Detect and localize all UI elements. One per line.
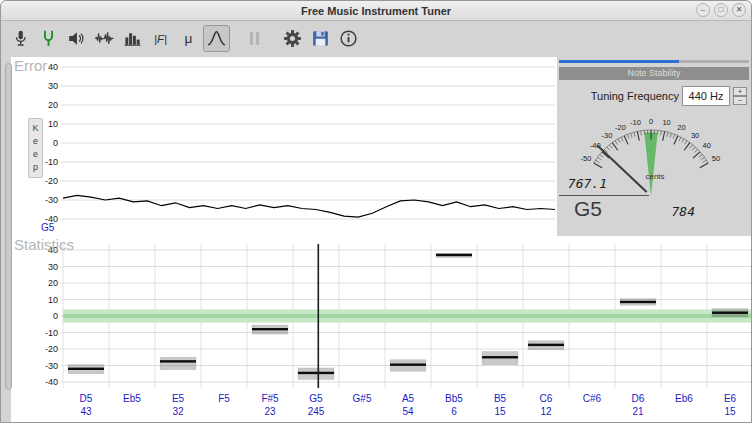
maximize-window-button[interactable]: □ — [714, 3, 728, 17]
note-count-label: 15 — [724, 406, 736, 417]
mu-button[interactable]: μ — [175, 25, 202, 52]
y-tick-label: -20 — [45, 344, 58, 354]
note-readout: G5 — [574, 197, 602, 221]
meter-tick-label: 50 — [712, 154, 720, 163]
tuning-increase-button[interactable]: + — [733, 87, 747, 96]
note-stability-panel: Note Stability Tuning Frequency 440 Hz +… — [557, 57, 752, 236]
meter-tick — [667, 132, 668, 136]
settings-gear-icon — [282, 28, 303, 49]
tuning-fork-button[interactable] — [35, 25, 62, 52]
y-tick-label: -30 — [45, 195, 58, 205]
meter-tick — [618, 139, 620, 143]
microphone-icon — [10, 28, 31, 49]
note-stat-mean — [620, 301, 656, 303]
y-tick-label: 10 — [48, 119, 58, 129]
pause-icon — [244, 28, 265, 49]
window-controls: –□✕ — [696, 3, 746, 17]
in-tune-zone-center — [63, 314, 752, 318]
note-name-label: Eb5 — [123, 393, 141, 404]
note-stability-header: Note Stability — [559, 67, 749, 80]
meter-tick — [670, 133, 671, 137]
meter-tick — [685, 141, 687, 145]
meter-tick — [692, 147, 695, 150]
note-name-label: F5 — [218, 393, 230, 404]
note-count-label: 6 — [451, 406, 457, 417]
note-name-label: C6 — [540, 393, 553, 404]
stability-progress-bar — [559, 60, 749, 63]
y-tick-label: 20 — [48, 278, 58, 288]
meter-tick — [695, 149, 698, 152]
meter-unit-label: cents — [645, 172, 664, 181]
tuning-frequency-label: Tuning Frequency — [591, 90, 679, 102]
save-button[interactable] — [307, 25, 334, 52]
y-tick-label: 20 — [48, 100, 58, 110]
tuning-decrease-button[interactable]: − — [733, 96, 747, 105]
tuning-frequency-spinner: + − — [733, 87, 747, 105]
current-note-label: G5 — [41, 222, 55, 233]
meter-tick-label: -20 — [615, 123, 626, 132]
gauss-curve-button[interactable] — [203, 25, 230, 52]
meter-tick — [634, 132, 635, 136]
statistics-plot: 403020100-10-20-30-40D543Eb5E532F5F#523G… — [11, 236, 752, 423]
info-icon — [338, 28, 359, 49]
note-name-label: F#5 — [261, 393, 279, 404]
meter-baseline — [559, 195, 649, 196]
meter-tick-label: 30 — [691, 131, 699, 140]
tuning-frequency-value[interactable]: 440 Hz — [682, 86, 730, 106]
tuning-frequency-row: Tuning Frequency 440 Hz + − — [557, 86, 747, 106]
note-name-label: D5 — [80, 393, 93, 404]
note-stat-mean — [298, 372, 334, 374]
meter-tick-label: -50 — [581, 154, 592, 163]
meter-tick-label: 0 — [649, 117, 653, 126]
meter-tick — [663, 131, 665, 140]
meter-tick — [641, 131, 642, 136]
minimize-window-button[interactable]: – — [696, 3, 710, 17]
meter-tick-label: -40 — [590, 141, 601, 150]
note-count-label: 54 — [402, 406, 414, 417]
meter-tick-label: 20 — [677, 123, 685, 132]
meter-tick — [615, 141, 617, 145]
meter-tick — [699, 155, 703, 158]
titlebar[interactable]: Free Music Instrument Tuner –□✕ — [1, 1, 751, 21]
note-stat-mean — [390, 363, 426, 365]
y-tick-label: 0 — [53, 138, 58, 148]
meter-tick — [624, 136, 628, 145]
speaker-button[interactable] — [63, 25, 90, 52]
y-tick-label: 40 — [48, 245, 58, 255]
fourier-button[interactable]: |F| — [147, 25, 174, 52]
note-stat-band — [160, 357, 196, 369]
svg-text:μ: μ — [185, 31, 193, 46]
meter-tick — [661, 131, 662, 136]
note-name-label: E5 — [172, 393, 185, 404]
save-icon — [310, 28, 331, 49]
y-tick-label: 40 — [48, 62, 58, 72]
note-count-label: 32 — [172, 406, 184, 417]
histogram-icon — [122, 28, 143, 49]
y-tick-label: -10 — [45, 157, 58, 167]
error-plot: 403020100-10-20-30-40G5 — [11, 57, 557, 236]
meter-tick — [690, 145, 693, 149]
keep-button[interactable]: K e e p — [28, 118, 43, 178]
pause-button — [241, 25, 268, 52]
info-button[interactable] — [335, 25, 362, 52]
fmit-window: Free Music Instrument Tuner –□✕ |F|μ Err… — [0, 0, 752, 423]
note-stat-mean — [528, 344, 564, 346]
settings-gear-button[interactable] — [279, 25, 306, 52]
note-name-label: C#6 — [583, 393, 602, 404]
meter-tick — [600, 155, 604, 158]
note-stat-mean — [68, 368, 104, 370]
y-tick-label: -20 — [45, 176, 58, 186]
note-name-label: D6 — [632, 393, 645, 404]
meter-tick-label: -10 — [630, 118, 641, 127]
meter-tick — [607, 147, 610, 150]
close-window-button[interactable]: ✕ — [732, 3, 746, 17]
note-count-label: 43 — [80, 406, 92, 417]
note-name-label: A5 — [402, 393, 415, 404]
meter-tick — [657, 130, 658, 134]
histogram-button[interactable] — [119, 25, 146, 52]
microphone-button[interactable] — [7, 25, 34, 52]
y-tick-label: 0 — [53, 311, 58, 321]
waveform-button[interactable] — [91, 25, 118, 52]
vertical-scrollbar[interactable] — [5, 63, 12, 390]
target-frequency-readout: 784 — [655, 204, 695, 219]
